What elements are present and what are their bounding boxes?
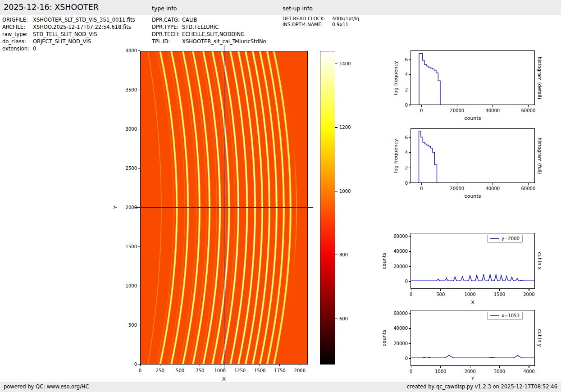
cut_in_x-legend: y=2000 <box>487 235 523 243</box>
y-tick-label: 0 <box>381 180 408 186</box>
x-tick <box>529 289 529 291</box>
y-tick <box>409 266 411 267</box>
x-tick-label: 60000 <box>512 108 544 114</box>
y-tick <box>138 90 141 90</box>
x-tick-label: 40000 <box>477 186 508 191</box>
colorbar-tick <box>335 127 338 128</box>
x-tick <box>529 366 529 368</box>
histogram_full-plot <box>410 128 535 183</box>
colorbar <box>320 51 335 365</box>
cut_in_y-xlabel: Y <box>471 376 474 382</box>
x-tick <box>493 105 493 107</box>
y-tick <box>409 59 411 60</box>
x-tick <box>457 183 457 185</box>
figure-area: 0250500750100012501500175020000500100015… <box>0 0 561 392</box>
y-tick <box>409 281 411 282</box>
colorbar-tick-label: 1000 <box>339 188 359 194</box>
x-tick <box>499 289 500 291</box>
y-tick-label: 0 <box>381 278 408 284</box>
x-tick <box>457 105 457 107</box>
x-tick <box>240 365 240 367</box>
x-tick <box>300 365 300 367</box>
y-tick <box>138 50 141 51</box>
histogram_detail-plot <box>410 50 535 105</box>
y-tick <box>409 90 411 90</box>
y-tick <box>138 364 141 365</box>
y-tick-label: 3000 <box>110 126 137 132</box>
x-tick <box>499 366 500 368</box>
x-tick-label: 0 <box>406 108 437 114</box>
x-tick <box>411 366 411 368</box>
y-tick <box>409 328 411 328</box>
x-tick <box>180 365 180 367</box>
colorbar-tick-label: 1400 <box>339 61 359 67</box>
histogram_full-ylabel: log frequency <box>393 139 399 173</box>
x-tick <box>528 105 529 107</box>
y-tick <box>409 236 411 237</box>
histogram_detail-xlabel: counts <box>465 115 481 121</box>
y-tick <box>409 152 411 153</box>
x-tick-label: 2000 <box>513 292 545 297</box>
cut_in_x-right-label: cut in x <box>537 252 543 269</box>
histogram_full-xlabel: counts <box>465 193 481 199</box>
x-tick <box>470 366 470 368</box>
y-tick <box>409 105 411 105</box>
x-tick-label: 20000 <box>441 108 473 114</box>
x-tick-label: 20000 <box>441 186 473 191</box>
x-tick <box>160 365 160 367</box>
y-tick <box>138 168 141 169</box>
y-tick-label: 0 <box>381 102 408 108</box>
y-tick <box>409 168 411 168</box>
x-tick-label: 3000 <box>484 369 515 374</box>
legend-label: x=1053 <box>502 313 520 319</box>
colorbar-tick <box>335 191 338 191</box>
y-tick <box>138 129 141 129</box>
y-tick <box>409 313 411 314</box>
x-tick <box>493 183 493 185</box>
colorbar-tick-label: 800 <box>339 252 359 258</box>
y-tick <box>409 343 411 344</box>
y-tick <box>409 74 411 75</box>
qc-report-page: 2025-12-16: XSHOOTER type info set-up in… <box>0 0 561 392</box>
x-tick-label: 40000 <box>477 108 508 114</box>
colorbar-tick <box>335 319 338 319</box>
x-tick <box>411 289 411 291</box>
cut_in_y-curve <box>410 355 535 358</box>
x-tick <box>470 289 470 291</box>
x-tick-label: 1000 <box>425 369 456 374</box>
legend-line-sample <box>490 238 499 239</box>
colorbar-tick-label: 600 <box>339 316 359 322</box>
y-tick <box>409 182 411 183</box>
main-xlabel: X <box>222 376 226 382</box>
y-tick-label: 1500 <box>110 244 137 250</box>
x-tick <box>421 105 422 107</box>
y-tick-label: 500 <box>110 322 137 328</box>
x-tick <box>140 365 140 367</box>
cut_in_x-curve <box>410 274 535 281</box>
y-tick-label: 2500 <box>110 165 137 171</box>
y-tick <box>409 137 411 138</box>
y-tick-label: 4000 <box>110 48 137 54</box>
y-tick <box>409 251 411 251</box>
y-tick-label: 3500 <box>110 87 137 93</box>
cut_in_x-ylabel: counts <box>381 253 387 269</box>
x-tick <box>528 183 529 185</box>
histogram_detail-right-label: histogram (detail) <box>537 56 543 99</box>
histogram_full-curve <box>419 131 437 183</box>
y-tick-label: 0 <box>381 356 408 361</box>
x-tick-label: 500 <box>425 292 456 297</box>
y-tick-label: 1000 <box>110 283 137 289</box>
x-tick-label: 60000 <box>512 186 544 191</box>
y-tick-label: 60000 <box>381 310 408 316</box>
footer-bar: powered by QC: www.eso.org/HC created by… <box>0 382 561 392</box>
footer-left-text: powered by QC: www.eso.org/HC <box>4 383 89 390</box>
x-tick <box>200 365 200 367</box>
x-tick-label: 1000 <box>454 292 486 297</box>
legend-line-sample <box>490 315 499 316</box>
x-tick <box>440 289 441 291</box>
colorbar-tick-label: 1200 <box>339 124 359 130</box>
histogram_detail-ylabel: log frequency <box>393 61 399 95</box>
x-tick-label: 0 <box>395 292 427 297</box>
x-tick <box>421 183 422 185</box>
y-tick-label: 60000 <box>381 233 408 239</box>
